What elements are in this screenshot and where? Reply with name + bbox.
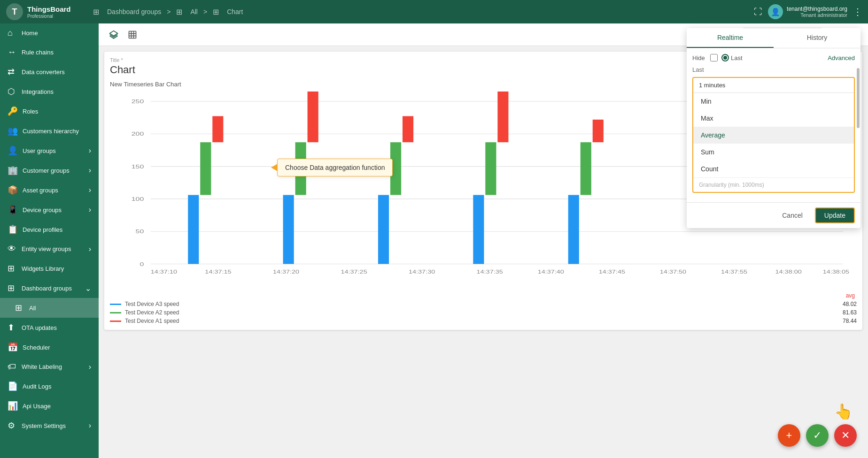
update-button[interactable]: Update (815, 207, 855, 223)
white-labeling-chevron: › (89, 363, 91, 371)
sidebar-item-dashboard-groups[interactable]: ⊞ Dashboard groups ⌄ (0, 278, 99, 298)
svg-text:14:37:40: 14:37:40 (538, 269, 564, 275)
sidebar-label-entity-view-groups: Entity view groups (22, 245, 84, 252)
dashboard-groups-chevron: ⌄ (85, 284, 91, 293)
breadcrumb-all[interactable]: ⊞ All (173, 8, 201, 16)
app-name: ThingsBoard (27, 5, 71, 14)
sidebar-item-device-groups[interactable]: 📱 Device groups › (0, 200, 99, 220)
chart-bc-icon: ⊞ (213, 8, 219, 16)
asset-groups-chevron: › (89, 186, 91, 194)
sidebar-label-user-groups: User groups (23, 147, 84, 154)
fab-add-button[interactable]: + (778, 424, 800, 447)
sidebar-label-scheduler: Scheduler (23, 344, 91, 351)
fab-area: + ✓ ✕ (778, 424, 857, 447)
sidebar-item-audit-logs[interactable]: 📄 Audit Logs (0, 376, 99, 396)
dropdown-list[interactable]: Min Max Average Sum Count (693, 93, 854, 177)
sidebar-label-ota: OTA updates (22, 324, 91, 331)
sidebar-item-all[interactable]: ⊞ All (0, 298, 99, 318)
device-groups-icon: 📱 (8, 205, 18, 215)
system-settings-icon: ⚙ (8, 420, 17, 431)
table-icon[interactable] (125, 27, 140, 42)
sidebar: ⌂ Home ↔ Rule chains ⇄ Data converters ⬡… (0, 23, 99, 458)
customers-hierarchy-icon: 👥 (8, 126, 18, 136)
svg-text:14:37:35: 14:37:35 (477, 269, 503, 275)
legend-item-0: Test Device A3 speed 48.02 (110, 301, 857, 307)
dropdown-item-average[interactable]: Average (693, 127, 854, 144)
sidebar-item-integrations[interactable]: ⬡ Integrations (0, 82, 99, 101)
advanced-link[interactable]: Advanced (828, 54, 855, 61)
sidebar-item-customers-hierarchy[interactable]: 👥 Customers hierarchy (0, 121, 99, 141)
sidebar-item-entity-view-groups[interactable]: 👁 Entity view groups › (0, 239, 99, 259)
tab-history[interactable]: History (774, 28, 860, 48)
api-usage-icon: 📊 (8, 401, 18, 411)
scrollbar-thumb[interactable] (857, 68, 860, 128)
breadcrumb-chart-label: Chart (227, 8, 243, 15)
legend-color-1 (110, 312, 121, 313)
sidebar-item-system-settings[interactable]: ⚙ System Settings › (0, 416, 99, 435)
dropdown-item-max[interactable]: Max (693, 110, 854, 127)
sidebar-item-roles[interactable]: 🔑 Roles (0, 101, 99, 121)
expand-icon[interactable]: ⛶ (754, 7, 762, 17)
time-panel-tabs: Realtime History (687, 28, 860, 48)
sidebar-item-customer-groups[interactable]: 🏢 Customer groups › (0, 160, 99, 180)
breadcrumb: ⊞ Dashboard groups > ⊞ All > ⊞ Chart (90, 8, 754, 16)
sidebar-item-user-groups[interactable]: 👤 User groups › (0, 141, 99, 160)
svg-text:250: 250 (132, 98, 144, 104)
audit-logs-icon: 📄 (8, 381, 18, 391)
radio-last[interactable]: Last (721, 54, 743, 61)
svg-text:50: 50 (136, 229, 144, 235)
dashboard-groups-bc-icon: ⊞ (93, 8, 99, 16)
more-icon[interactable]: ⋮ (853, 6, 862, 17)
svg-rect-43 (581, 142, 591, 195)
sidebar-item-data-converters[interactable]: ⇄ Data converters (0, 62, 99, 82)
fab-confirm-button[interactable]: ✓ (806, 424, 829, 447)
white-labeling-icon: 🏷 (8, 362, 17, 372)
sidebar-item-asset-groups[interactable]: 📦 Asset groups › (0, 180, 99, 200)
sidebar-label-device-profiles: Device profiles (23, 226, 91, 233)
svg-text:14:37:10: 14:37:10 (151, 269, 177, 275)
sidebar-item-home[interactable]: ⌂ Home (0, 23, 99, 43)
svg-rect-32 (212, 116, 223, 143)
dropdown-item-count[interactable]: Count (693, 160, 854, 177)
svg-rect-30 (188, 195, 199, 264)
dropdown-item-min[interactable]: Min (693, 93, 854, 110)
svg-rect-31 (200, 142, 211, 195)
sidebar-item-white-labeling[interactable]: 🏷 White Labeling › (0, 357, 99, 376)
sidebar-item-scheduler[interactable]: 📅 Scheduler (0, 337, 99, 357)
sidebar-label-customers-hierarchy: Customers hierarchy (23, 128, 91, 135)
ota-icon: ⬆ (8, 322, 17, 333)
main-layout: ⌂ Home ↔ Rule chains ⇄ Data converters ⬡… (0, 23, 868, 458)
sidebar-label-rule-chains: Rule chains (22, 49, 91, 56)
sidebar-item-rule-chains[interactable]: ↔ Rule chains (0, 43, 99, 62)
device-groups-chevron: › (89, 206, 91, 214)
legend-label-1: Test Device A2 speed (125, 309, 179, 316)
customer-groups-icon: 🏢 (8, 165, 18, 176)
sidebar-label-roles: Roles (23, 108, 91, 115)
sidebar-item-widgets-library[interactable]: ⊞ Widgets Library (0, 259, 99, 278)
hide-checkbox[interactable] (710, 54, 718, 61)
time-panel-footer: Cancel Update (687, 202, 860, 228)
user-area[interactable]: 👤 tenant@thingsboard.org Tenant administ… (768, 4, 847, 19)
tooltip-arrow (271, 164, 278, 171)
dropdown-item-sum[interactable]: Sum (693, 144, 854, 160)
widgets-library-icon: ⊞ (8, 263, 17, 274)
legend-avg-label: avg (110, 292, 855, 299)
legend-label-2: Test Device A1 speed (125, 318, 179, 324)
tab-realtime[interactable]: Realtime (687, 28, 774, 48)
cancel-button[interactable]: Cancel (774, 207, 811, 223)
svg-text:14:37:30: 14:37:30 (409, 269, 435, 275)
fab-cancel-button[interactable]: ✕ (834, 424, 857, 447)
breadcrumb-chart[interactable]: ⊞ Chart (210, 8, 246, 16)
sidebar-item-device-profiles[interactable]: 📋 Device profiles (0, 220, 99, 239)
dropdown-current-value: 1 minutes (699, 82, 725, 89)
sidebar-item-ota-updates[interactable]: ⬆ OTA updates (0, 318, 99, 337)
sidebar-item-api-usage[interactable]: 📊 Api Usage (0, 396, 99, 416)
customer-groups-chevron: › (89, 166, 91, 175)
svg-text:14:38:00: 14:38:00 (775, 269, 802, 275)
sidebar-label-customer-groups: Customer groups (23, 167, 84, 174)
svg-text:14:37:55: 14:37:55 (721, 269, 747, 275)
layers-icon[interactable] (106, 27, 121, 42)
scheduler-icon: 📅 (8, 342, 18, 352)
breadcrumb-dashboard-groups[interactable]: ⊞ Dashboard groups (90, 8, 164, 16)
svg-text:14:37:15: 14:37:15 (205, 269, 231, 275)
